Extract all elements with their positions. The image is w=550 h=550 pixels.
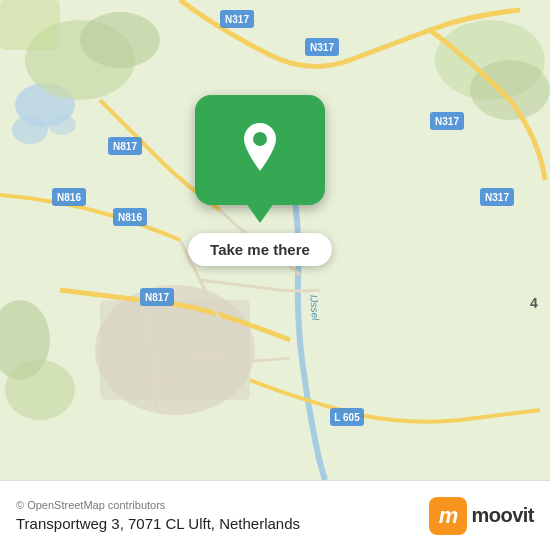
svg-text:L 605: L 605 (334, 412, 360, 423)
svg-text:N816: N816 (57, 192, 81, 203)
svg-text:4: 4 (530, 295, 538, 311)
svg-point-33 (253, 132, 267, 146)
svg-point-10 (5, 360, 75, 420)
address-text: Transportweg 3, 7071 CL Ulft, Netherland… (16, 515, 300, 532)
svg-text:N317: N317 (225, 14, 249, 25)
popup-bubble (195, 95, 325, 205)
moovit-logo-icon: m (429, 497, 467, 535)
svg-point-2 (12, 116, 48, 144)
svg-text:N817: N817 (145, 292, 169, 303)
footer-info: © OpenStreetMap contributors Transportwe… (16, 499, 300, 532)
copyright-text: © OpenStreetMap contributors (16, 499, 300, 511)
location-pin-icon (241, 123, 279, 171)
map-container: N317 N317 N317 N317 N817 N816 N816 N817 … (0, 0, 550, 480)
svg-text:N816: N816 (118, 212, 142, 223)
svg-text:N317: N317 (310, 42, 334, 53)
svg-rect-6 (0, 0, 60, 50)
svg-text:N317: N317 (435, 116, 459, 127)
take-me-there-button[interactable]: Take me there (188, 233, 332, 266)
footer: © OpenStreetMap contributors Transportwe… (0, 480, 550, 550)
svg-point-5 (80, 12, 160, 68)
svg-text:N817: N817 (113, 141, 137, 152)
moovit-logo-text: moovit (471, 504, 534, 527)
svg-point-8 (470, 60, 550, 120)
svg-text:N317: N317 (485, 192, 509, 203)
map-popup: Take me there (160, 95, 360, 266)
svg-text:IJssel: IJssel (308, 294, 321, 321)
svg-point-3 (48, 115, 76, 135)
moovit-logo: m moovit (429, 497, 534, 535)
